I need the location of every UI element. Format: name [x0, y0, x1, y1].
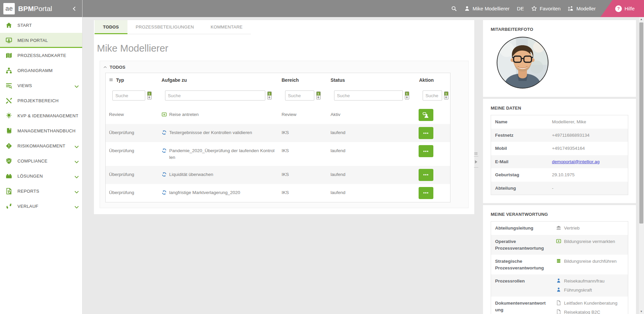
sidebar-item-risikomanagement[interactable]: RISIKOMANAGEMENT	[0, 138, 82, 153]
sidebar-item-projektbereich[interactable]: PROJEKTBEREICH	[0, 93, 82, 108]
sidebar-item-kvp-ideenmanagement[interactable]: KVP & IDEENMANAGEMENT	[0, 108, 82, 123]
user-menu[interactable]: Mike Modellierer	[464, 6, 509, 11]
search-input-typ[interactable]	[112, 90, 145, 101]
data-value: +491749354164	[548, 142, 628, 155]
tabstrip: TODOSPROZESSBETEILIGUNGENKOMMENTARE	[95, 20, 251, 34]
data-value: demoportal@intellior.ag	[548, 155, 628, 169]
column-header-0[interactable]: Typ	[106, 73, 158, 85]
sidebar-item-managementhandbuch[interactable]: MANAGEMENTHANDBUCH	[0, 123, 82, 138]
search-input-bereich[interactable]	[285, 90, 314, 101]
orgchart-icon	[6, 67, 12, 74]
todo-action-button[interactable]	[419, 109, 433, 121]
todo-aufgabe-link[interactable]: Testergebnissse der Kontrollen validiere…	[169, 129, 252, 136]
data-value: +49711686893134	[548, 129, 628, 142]
sidebar-item-label: START	[17, 23, 78, 28]
column-header-3[interactable]: Status	[327, 73, 416, 85]
todo-aufgabe-link[interactable]: langfristige Marktverlagerung_2020	[169, 189, 240, 196]
todos-section-header[interactable]: TODOS	[100, 61, 468, 73]
email-link[interactable]: demoportal@intellior.ag	[552, 159, 600, 164]
sort-binary-icon[interactable]: 10	[147, 91, 152, 100]
search-input-aktion[interactable]	[423, 90, 442, 101]
todo-typ: Überprüfung	[106, 184, 158, 202]
tab-prozessbeteiligungen[interactable]: PROZESSBETEILIGUNGEN	[127, 20, 203, 34]
sidebar-header: ae BPMPortal	[0, 0, 82, 17]
tab-todos[interactable]: TODOS	[95, 20, 127, 34]
responsibility-item[interactable]: Reisekaufmann/frau	[556, 278, 624, 285]
sidebar-item-reports[interactable]: REPORTS	[0, 184, 82, 199]
column-header-1[interactable]: Aufgabe zu	[158, 73, 278, 85]
data-value: Modellierer, Mike	[548, 115, 628, 129]
panel-expand-icon[interactable]	[475, 160, 477, 164]
sidebar-item-organigramm[interactable]: ORGANIGRAMM	[0, 63, 82, 78]
sidebar-item-label: PROJEKTBEREICH	[17, 98, 78, 103]
responsibility-row: ProzessrollenReisekaufmann/frauFührungsk…	[491, 274, 628, 297]
sidebar-item-loesungen[interactable]: LÖSUNGEN	[0, 169, 82, 184]
sidebar-item-start[interactable]: START	[0, 18, 82, 33]
responsibility-item[interactable]: Bildungsreise vermarkten	[556, 238, 624, 245]
todo-aufgabe-link[interactable]: Pandemie_2020_Überprüfung der laufenden …	[169, 147, 275, 161]
chevron-up-icon	[103, 65, 107, 69]
responsibility-item[interactable]: Reisekatalog B2C	[556, 309, 624, 314]
responsibility-item[interactable]: Vertrieb	[556, 225, 624, 232]
todo-action-button[interactable]	[419, 127, 433, 139]
todo-typ: Überprüfung	[106, 166, 158, 184]
panel-splitter[interactable]	[474, 152, 478, 168]
todo-typ: Überprüfung	[106, 124, 158, 142]
sidebar-collapse-button[interactable]	[71, 6, 77, 12]
todo-aufgabe-link[interactable]: Liquidität überwachen	[169, 171, 213, 178]
chevron-down-icon	[73, 83, 80, 90]
responsibility-item[interactable]: Bildungsreise durchführen	[556, 258, 624, 265]
report-icon	[6, 188, 12, 194]
responsibility-label: Abteilungsleitung	[491, 222, 552, 235]
sidebar-item-views[interactable]: VIEWS	[0, 78, 82, 93]
todo-aufgabe-link[interactable]: Reise antreten	[169, 111, 199, 118]
drag-handle-icon	[475, 152, 477, 155]
table-row: ÜberprüfungTestergebnissse der Kontrolle…	[106, 124, 450, 142]
language-selector[interactable]: DE	[517, 6, 524, 11]
sort-binary-icon[interactable]: 10	[316, 91, 321, 100]
scroll-thumb[interactable]	[639, 22, 643, 224]
responsibility-item[interactable]: Leitfaden Kundenberatung	[556, 300, 624, 307]
table-filter-row: 1010101010	[106, 85, 450, 106]
scroll-up-arrow[interactable]: ▲	[639, 17, 644, 22]
modeller-button[interactable]: Modeller	[568, 6, 596, 11]
sidebar-item-verlauf[interactable]: VERLAUF	[0, 199, 82, 214]
tab-kommentare[interactable]: KOMMENTARE	[202, 20, 251, 34]
workspace: TODOSPROZESSBETEILIGUNGENKOMMENTARE Mike…	[83, 17, 644, 314]
column-header-4[interactable]: Aktion	[416, 73, 450, 85]
person-chat-icon	[423, 112, 429, 118]
app-root: ae BPMPortal STARTMEIN PORTALPROZESSLAND…	[0, 0, 644, 314]
todo-action-button[interactable]	[419, 145, 433, 157]
responsibility-item[interactable]: Führungskraft	[556, 287, 624, 294]
column-header-2[interactable]: Bereich	[278, 73, 327, 85]
map-icon	[6, 52, 12, 59]
help-icon: ?	[615, 5, 622, 12]
person-blue-icon	[556, 287, 561, 292]
bank-icon	[556, 225, 561, 230]
chevron-down-icon	[73, 159, 80, 165]
search-input-aufgabe-zu[interactable]	[165, 90, 265, 101]
sort-binary-icon[interactable]: 10	[405, 91, 409, 100]
todo-action-button[interactable]	[419, 169, 433, 181]
search-input-status[interactable]	[334, 90, 403, 101]
doc-icon	[556, 309, 561, 314]
responsibility-row: DokumentenverantwortungLeitfaden Kundenb…	[491, 297, 628, 314]
sort-binary-icon[interactable]: 10	[444, 91, 448, 100]
help-button[interactable]: ? Hilfe	[600, 0, 644, 17]
scroll-down-arrow[interactable]: ▼	[639, 309, 644, 314]
vertical-scrollbar[interactable]: ▲ ▼	[638, 17, 644, 314]
favorites-label: Favoriten	[540, 6, 561, 11]
sidebar-item-prozesslandkarte[interactable]: PROZESSLANDKARTE	[0, 48, 82, 63]
data-row: Abteilung-	[491, 182, 628, 195]
sidebar-item-mein-portal[interactable]: MEIN PORTAL	[0, 33, 82, 48]
profile-panel: MITARBEITERFOTO	[483, 20, 636, 314]
todo-bereich: IKS	[278, 142, 327, 166]
portal-icon	[6, 37, 12, 44]
todo-action-button[interactable]	[419, 187, 433, 199]
sort-binary-icon[interactable]: 10	[267, 91, 272, 100]
search-icon[interactable]	[451, 6, 457, 11]
sidebar-item-label: LÖSUNGEN	[17, 174, 68, 179]
sidebar-item-compliance[interactable]: COMPLIANCE	[0, 153, 82, 169]
favorites-button[interactable]: Favoriten	[531, 6, 561, 11]
sidebar-item-label: KVP & IDEENMANAGEMENT	[17, 113, 78, 118]
